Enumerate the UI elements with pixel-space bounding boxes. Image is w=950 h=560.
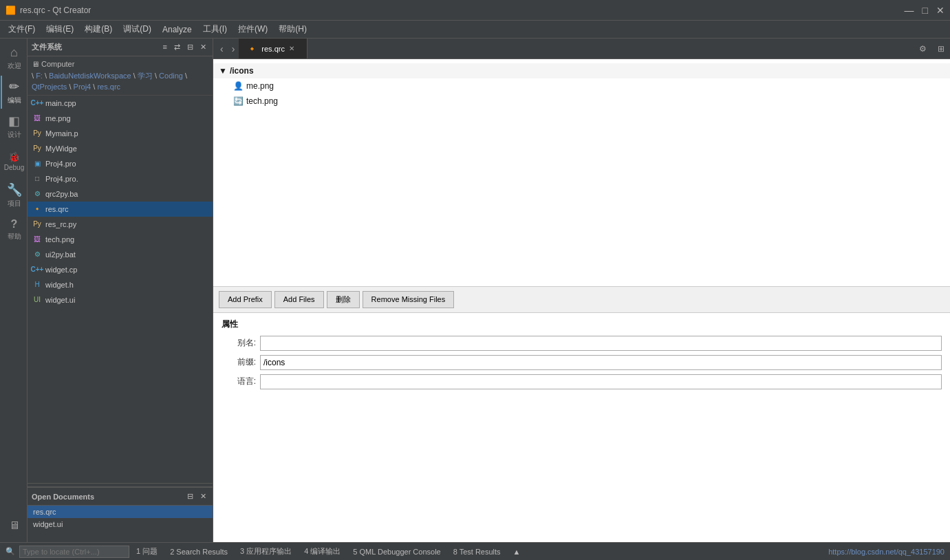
open-docs-icon1[interactable]: ⊟ <box>185 491 195 502</box>
filter-icon[interactable]: ≡ <box>161 42 169 52</box>
sidebar-item-debug[interactable]: 🐞 Debug <box>1 144 27 177</box>
menu-item-h[interactable]: 帮助(H) <box>273 22 312 36</box>
menu-item-e[interactable]: 编辑(E) <box>41 22 79 36</box>
sidebar-item-welcome[interactable]: ⌂ 欢迎 <box>1 41 27 74</box>
menu-item-f[interactable]: 文件(F) <box>3 22 41 36</box>
breadcrumb-proj4[interactable]: Proj4 <box>74 83 91 91</box>
breadcrumb-resqrc[interactable]: res.qrc <box>97 83 120 91</box>
open-doc-res-qrc[interactable]: res.qrc <box>28 506 213 518</box>
status-search[interactable]: 2 Search Results <box>164 543 233 561</box>
breadcrumb-workspace[interactable]: BaiduNetdiskWorkspace <box>49 72 131 80</box>
sidebar-item-edit[interactable]: ✏ 编辑 <box>1 76 27 109</box>
tab-layout-btn[interactable]: ⊞ <box>932 39 950 58</box>
tab-nav-back[interactable]: ‹ <box>216 39 228 58</box>
menu-item-analyze[interactable]: Analyze <box>157 23 197 36</box>
tab-bar: ‹ › 🔸 res.qrc ✕ ⚙ ⊞ <box>213 39 950 59</box>
lang-input[interactable] <box>260 374 942 389</box>
resource-folder-prefix: /icons <box>230 66 254 76</box>
file-item-res-qrc[interactable]: 🔸 res.qrc <box>28 202 213 217</box>
breadcrumb-qtprojects[interactable]: QtProjects <box>32 83 67 91</box>
tab-settings-btn[interactable]: ⚙ <box>914 39 932 58</box>
file-item-res-rc-py[interactable]: Py res_rc.py <box>28 217 213 232</box>
breadcrumb-f[interactable]: F: <box>36 72 43 80</box>
py-icon-mywidge: Py <box>32 143 43 154</box>
file-item-widget-cp[interactable]: C++ widget.cp <box>28 262 213 277</box>
status-qml-debug[interactable]: 5 QML Debugger Console <box>347 543 446 561</box>
maximize-button[interactable]: □ <box>922 5 928 16</box>
file-item-main-cpp[interactable]: C++ main.cpp <box>28 96 213 111</box>
bat-icon-qrc2py: ⚙ <box>32 189 43 200</box>
project-icon: 🔧 <box>7 182 22 197</box>
filesystem-header-icons: ≡ ⇄ ⊟ ✕ <box>161 42 208 52</box>
left-panel: 文件系统 ≡ ⇄ ⊟ ✕ 🖥 Computer \ F: \ BaiduNetd… <box>28 39 213 542</box>
breadcrumb: 🖥 Computer \ F: \ BaiduNetdiskWorkspace … <box>28 56 213 96</box>
file-item-widget-h[interactable]: H widget.h <box>28 277 213 292</box>
close-panel-icon[interactable]: ✕ <box>198 42 208 52</box>
file-item-proj4pro[interactable]: ▣ Proj4.pro <box>28 156 213 171</box>
resource-filename-tech: tech.png <box>246 96 278 106</box>
menu-item-d[interactable]: 调试(D) <box>118 22 157 36</box>
sep4: \ <box>185 72 187 80</box>
status-link[interactable]: https://blog.csdn.net/qq_43157190 <box>828 548 944 556</box>
open-docs-icon2[interactable]: ✕ <box>198 491 208 502</box>
file-item-mymain[interactable]: Py Mymain.p <box>28 126 213 141</box>
sidebar-item-help[interactable]: ? 帮助 <box>1 213 27 246</box>
resource-folder-icons[interactable]: ▼ /icons <box>213 63 950 78</box>
h-icon: H <box>32 279 43 290</box>
sidebar-item-monitor[interactable]: 🖥 <box>1 509 27 542</box>
open-doc-widget-ui[interactable]: widget.ui <box>28 518 213 530</box>
menu-item-i[interactable]: 工具(I) <box>197 22 233 36</box>
collapse-icon[interactable]: ⊟ <box>185 42 195 52</box>
tab-close-resqrc[interactable]: ✕ <box>289 45 294 52</box>
file-name-me-png: me.png <box>45 114 71 122</box>
file-item-mywidge[interactable]: Py MyWidge <box>28 141 213 156</box>
alias-input[interactable] <box>260 336 942 351</box>
minimize-button[interactable]: — <box>905 5 914 16</box>
resource-file-me-png[interactable]: 👤 me.png <box>213 78 950 94</box>
file-item-widget-ui[interactable]: UI widget.ui <box>28 292 213 308</box>
status-compile[interactable]: 4 编译输出 <box>299 543 346 561</box>
file-name-res-qrc: res.qrc <box>45 205 69 213</box>
pro-icon: ▣ <box>32 158 43 169</box>
sidebar-label-project: 项目 <box>8 199 21 208</box>
status-app-output[interactable]: 3 应用程序输出 <box>235 543 297 561</box>
file-item-ui2py[interactable]: ⚙ ui2py.bat <box>28 247 213 262</box>
file-item-qrc2py[interactable]: ⚙ qrc2py.ba <box>28 186 213 202</box>
close-button[interactable]: ✕ <box>936 5 944 16</box>
breadcrumb-coding[interactable]: Coding <box>159 72 183 80</box>
breadcrumb-study[interactable]: 学习 <box>138 72 153 80</box>
status-test[interactable]: 8 Test Results <box>448 543 506 561</box>
status-problems[interactable]: 1 问题 <box>131 543 163 561</box>
sidebar-label-design: 设计 <box>8 130 21 140</box>
locate-input[interactable] <box>19 546 129 558</box>
image-icon: 🔄 <box>233 96 244 107</box>
menu-item-b[interactable]: 构建(B) <box>79 22 118 36</box>
file-item-tech-png[interactable]: 🖼 tech.png <box>28 232 213 247</box>
file-item-me-png[interactable]: 🖼 me.png <box>28 111 213 126</box>
file-item-proj4pro2[interactable]: □ Proj4.pro. <box>28 171 213 186</box>
add-files-button[interactable]: Add Files <box>274 291 324 308</box>
sidebar-item-design[interactable]: ◧ 设计 <box>1 110 27 143</box>
status-arrow[interactable]: ▲ <box>508 543 526 561</box>
sidebar-label-debug: Debug <box>4 164 24 171</box>
alias-row: 别名: <box>222 336 942 351</box>
file-name-widget-h: widget.h <box>45 281 74 289</box>
remove-missing-files-button[interactable]: Remove Missing Files <box>363 291 455 308</box>
tab-res-qrc[interactable]: 🔸 res.qrc ✕ <box>239 39 307 58</box>
delete-button[interactable]: 删除 <box>327 291 360 308</box>
prefix-input[interactable] <box>260 355 942 370</box>
qrc-icon: 🔸 <box>32 204 43 215</box>
sync-icon[interactable]: ⇄ <box>172 42 182 52</box>
sidebar-item-project[interactable]: 🔧 项目 <box>1 179 27 212</box>
statusbar: 🔍 1 问题 2 Search Results 3 应用程序输出 4 编译输出 … <box>0 542 950 560</box>
menu-item-w[interactable]: 控件(W) <box>233 22 273 36</box>
folder-arrow: ▼ <box>219 66 227 76</box>
prefix-row: 前缀: <box>222 355 942 370</box>
add-prefix-button[interactable]: Add Prefix <box>219 291 272 308</box>
layout-icon: ⊞ <box>938 44 944 54</box>
monitor-icon: 🖥 <box>9 519 20 532</box>
tab-nav-forward[interactable]: › <box>228 39 239 58</box>
resource-file-tech-png[interactable]: 🔄 tech.png <box>213 94 950 109</box>
window-title: res.qrc - Qt Creator <box>20 6 91 15</box>
properties-section: 属性 别名: 前缀: 语言: <box>213 313 950 543</box>
